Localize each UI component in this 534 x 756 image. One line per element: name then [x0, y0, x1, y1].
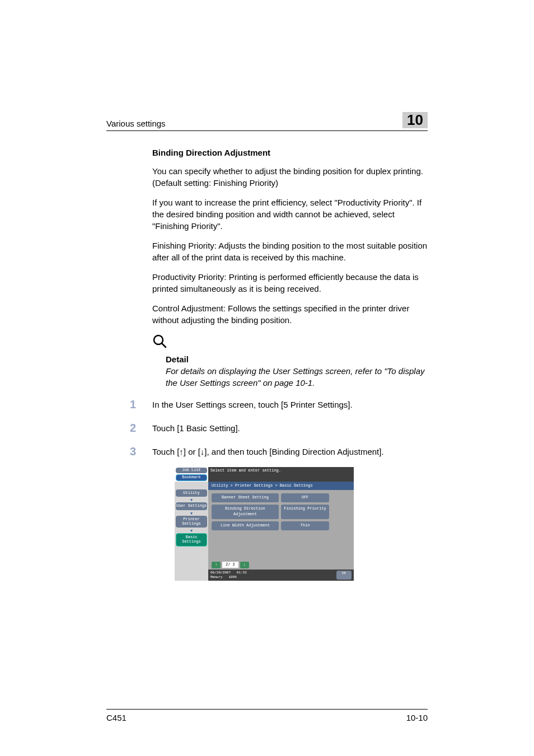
status-memory-value: 100% [228, 575, 236, 579]
step-text: Touch [↑] or [↓], and then touch [Bindin… [152, 444, 428, 459]
sidebar-basic-settings[interactable]: Basic Settings [176, 533, 207, 546]
paragraph: If you want to increase the print effici… [152, 197, 428, 232]
paragraph: Finishing Priority: Adjusts the binding … [152, 240, 428, 263]
setting-label: Line Width Adjustment [212, 521, 279, 530]
paragraph: You can specify whether to adjust the bi… [152, 165, 428, 189]
sidebar-utility[interactable]: Utility [176, 489, 207, 497]
page-header: Various settings 10 [106, 112, 428, 131]
step-item: 3 Touch [↑] or [↓], and then touch [Bind… [130, 444, 428, 459]
section-title: Various settings [106, 119, 166, 128]
page-down-button[interactable]: ↓ [240, 562, 249, 568]
status-memory-label: Memory [210, 575, 223, 579]
step-item: 2 Touch [1 Basic Setting]. [130, 420, 428, 436]
svg-line-1 [162, 343, 166, 347]
chevron-down-icon: ▼ [176, 512, 207, 516]
paragraph: Productivity Priority: Printing is perfo… [152, 271, 428, 295]
setting-label: Binding Direction Adjustment [212, 505, 279, 519]
step-number: 2 [130, 420, 152, 436]
setting-value: Finishing Priority [281, 505, 329, 519]
page-footer: C451 10-10 [106, 709, 428, 722]
step-number: 3 [130, 444, 152, 459]
pager: ↑ 2/ 2 ↓ [208, 561, 354, 570]
step-text: Touch [1 Basic Setting]. [152, 420, 428, 436]
paragraph: Control Adjustment: Follows the settings… [152, 302, 428, 326]
setting-row[interactable]: Binding Direction Adjustment Finishing P… [212, 505, 350, 519]
main-panel: Utility > Printer Settings > Basic Setti… [208, 482, 354, 581]
footer-page: 10-10 [406, 713, 428, 722]
status-time: 01:52 [237, 571, 247, 575]
setting-row[interactable]: Banner Sheet Setting OFF [212, 493, 350, 502]
setting-row[interactable]: Line Width Adjustment Thin [212, 521, 350, 530]
setting-label: Banner Sheet Setting [212, 493, 279, 502]
detail-label: Detail [166, 353, 428, 365]
status-bar: 06/20/2007 01:52 Memory 100% OK [208, 570, 354, 581]
section-heading: Binding Direction Adjustment [152, 147, 428, 158]
sidebar: Utility ▼ User Settings ▼ Printer Settin… [175, 482, 208, 581]
page-content: Binding Direction Adjustment You can spe… [106, 147, 428, 581]
instruction-bar: Select item and enter setting. [208, 467, 354, 482]
ok-button[interactable]: OK [336, 571, 352, 580]
setting-value: OFF [281, 493, 329, 502]
footer-model: C451 [106, 713, 127, 722]
job-list-tab[interactable]: Job List [176, 468, 207, 473]
sidebar-user-settings[interactable]: User Settings [176, 502, 207, 510]
step-number: 1 [130, 396, 152, 412]
step-item: 1 In the User Settings screen, touch [5 … [130, 396, 428, 412]
step-text: In the User Settings screen, touch [5 Pr… [152, 396, 428, 412]
setting-value: Thin [281, 521, 329, 530]
page-up-button[interactable]: ↑ [212, 562, 221, 568]
chevron-down-icon: ▼ [176, 529, 207, 533]
breadcrumb: Utility > Printer Settings > Basic Setti… [208, 482, 354, 491]
status-date: 06/20/2007 [210, 571, 231, 575]
chevron-down-icon: ▼ [176, 498, 207, 502]
detail-text: For details on displaying the User Setti… [166, 365, 428, 389]
sidebar-printer-settings[interactable]: Printer Settings [176, 516, 207, 528]
magnifier-icon [152, 334, 428, 351]
page-indicator: 2/ 2 [222, 562, 238, 568]
bookmark-tab[interactable]: Bookmark [176, 474, 207, 481]
chapter-number: 10 [402, 112, 428, 128]
step-list: 1 In the User Settings screen, touch [5 … [130, 396, 428, 459]
embedded-screenshot: Job List Bookmark Select item and enter … [175, 467, 354, 581]
detail-note: Detail For details on displaying the Use… [152, 353, 428, 389]
